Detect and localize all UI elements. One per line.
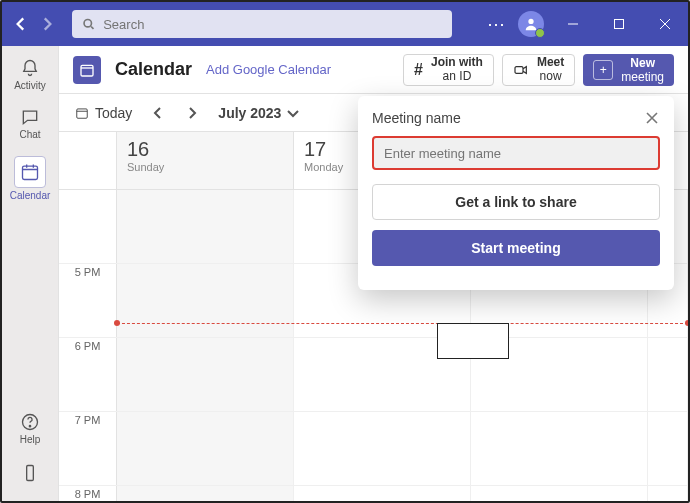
join-with-id-button[interactable]: # Join withan ID — [403, 54, 494, 86]
time-slot[interactable] — [117, 412, 294, 485]
get-link-button[interactable]: Get a link to share — [372, 184, 660, 220]
time-slot[interactable] — [117, 486, 294, 501]
prev-icon[interactable] — [150, 105, 166, 121]
svg-point-0 — [84, 19, 91, 26]
month-label: July 2023 — [218, 105, 281, 121]
svg-rect-2 — [615, 20, 624, 29]
svg-rect-3 — [23, 166, 38, 179]
svg-point-5 — [29, 426, 30, 427]
meet-now-popover: Meeting name Get a link to share Start m… — [358, 96, 674, 290]
back-arrow-icon[interactable] — [12, 15, 30, 33]
time-slot[interactable] — [294, 412, 471, 485]
calendar-icon — [20, 162, 40, 182]
time-slot[interactable] — [648, 412, 688, 485]
month-picker[interactable]: July 2023 — [218, 105, 301, 121]
current-time-indicator — [117, 323, 688, 324]
today-label: Today — [95, 105, 132, 121]
time-slot[interactable] — [117, 190, 294, 263]
rail-label: Activity — [14, 80, 46, 91]
time-slot[interactable] — [117, 338, 294, 411]
selected-time-slot[interactable] — [437, 323, 509, 359]
meet-label-top: Meet — [537, 56, 564, 69]
start-label: Start meeting — [471, 240, 560, 256]
time-slot[interactable] — [648, 486, 688, 501]
time-slot[interactable] — [471, 412, 648, 485]
rail-label: Chat — [19, 129, 40, 140]
meeting-name-input[interactable] — [372, 136, 660, 170]
hour-label: 5 PM — [59, 264, 117, 337]
add-google-calendar-link[interactable]: Add Google Calendar — [206, 62, 331, 77]
rail-calendar[interactable]: Calendar — [2, 150, 58, 207]
search-input[interactable] — [103, 17, 442, 32]
close-button[interactable] — [648, 7, 682, 41]
command-bar: Calendar Add Google Calendar # Join with… — [59, 46, 688, 94]
svg-rect-9 — [77, 108, 88, 117]
day-number: 16 — [127, 138, 283, 161]
time-slot[interactable] — [648, 338, 688, 411]
maximize-button[interactable] — [602, 7, 636, 41]
app-rail: Activity Chat Calendar Help — [2, 46, 58, 501]
start-meeting-button[interactable]: Start meeting — [372, 230, 660, 266]
hour-label: 8 PM — [59, 486, 117, 501]
rail-label: Calendar — [10, 190, 51, 201]
day-column-header[interactable]: 16 Sunday — [117, 132, 294, 189]
chat-icon — [20, 107, 40, 127]
svg-rect-7 — [81, 65, 93, 76]
rail-chat[interactable]: Chat — [2, 101, 58, 146]
calendar-app-icon — [73, 56, 101, 84]
meet-now-button[interactable]: Meetnow — [502, 54, 575, 86]
minimize-button[interactable] — [556, 7, 590, 41]
more-icon[interactable]: ⋯ — [487, 13, 506, 35]
svg-rect-8 — [515, 66, 523, 73]
hour-label: 6 PM — [59, 338, 117, 411]
plus-icon: + — [593, 60, 613, 80]
share-label: Get a link to share — [455, 194, 576, 210]
day-name: Sunday — [127, 161, 283, 173]
join-label-bottom: an ID — [443, 70, 472, 83]
join-label-top: Join with — [431, 56, 483, 69]
search-icon — [82, 17, 95, 31]
popover-title: Meeting name — [372, 110, 461, 126]
new-label-bottom: meeting — [621, 70, 664, 84]
close-icon[interactable] — [644, 110, 660, 126]
title-bar: ⋯ — [2, 2, 688, 46]
next-icon[interactable] — [184, 105, 200, 121]
new-meeting-button[interactable]: + Newmeeting — [583, 54, 674, 86]
hash-icon: # — [414, 61, 423, 79]
forward-arrow-icon[interactable] — [38, 15, 56, 33]
bell-icon — [20, 58, 40, 78]
today-button[interactable]: Today — [75, 105, 132, 121]
chevron-down-icon — [285, 105, 301, 121]
svg-rect-6 — [27, 466, 34, 481]
time-slot[interactable] — [117, 264, 294, 337]
meet-label-bottom: now — [540, 70, 562, 83]
time-slot[interactable] — [294, 486, 471, 501]
rail-activity[interactable]: Activity — [2, 52, 58, 97]
svg-point-1 — [528, 19, 533, 24]
hour-label — [59, 190, 117, 263]
rail-help[interactable]: Help — [2, 406, 58, 451]
help-icon — [20, 412, 40, 432]
time-slot[interactable] — [471, 486, 648, 501]
page-title: Calendar — [115, 59, 192, 80]
rail-device[interactable] — [2, 457, 58, 489]
presence-indicator — [535, 28, 545, 38]
video-icon — [513, 62, 529, 78]
avatar[interactable] — [518, 11, 544, 37]
new-label-top: New — [630, 56, 655, 70]
device-icon — [20, 463, 40, 483]
rail-label: Help — [20, 434, 41, 445]
search-box[interactable] — [72, 10, 452, 38]
calendar-small-icon — [75, 106, 89, 120]
hour-label: 7 PM — [59, 412, 117, 485]
